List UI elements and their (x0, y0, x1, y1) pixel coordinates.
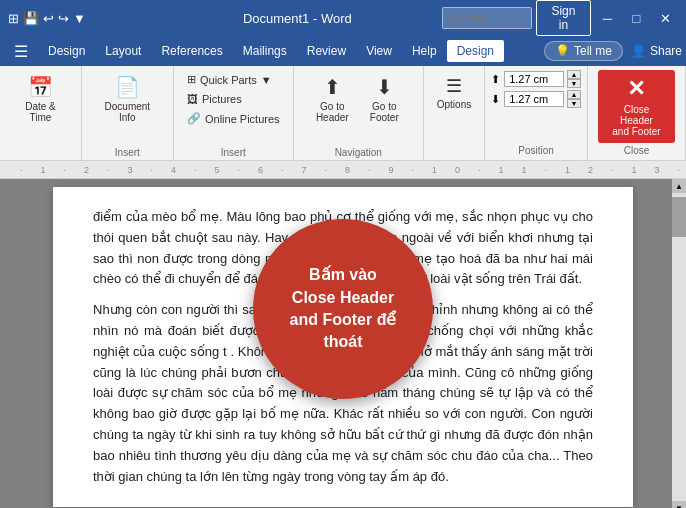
share-button[interactable]: 👤 Share (631, 44, 682, 58)
lightbulb-icon: 💡 (555, 44, 570, 58)
insert-label: Insert (115, 145, 140, 158)
signin-button[interactable]: Sign in (536, 0, 591, 36)
close-button[interactable]: ✕ (653, 4, 678, 32)
close-section-label: Close (624, 143, 650, 156)
tell-me-search[interactable]: 💡 Tell me (544, 41, 623, 61)
tell-me-label: Tell me (574, 44, 612, 58)
menu-design[interactable]: Design (38, 40, 95, 62)
quick-parts-label: Quick Parts (200, 74, 257, 86)
menu-references[interactable]: References (151, 40, 232, 62)
scroll-thumb[interactable] (672, 197, 686, 237)
pictures-button[interactable]: 🖼 Pictures (180, 90, 287, 108)
goto-header-icon: ⬆ (324, 75, 341, 99)
footer-pos-value: 1.27 cm (509, 93, 548, 105)
ruler-marks: ·1·2·3·4·5·6·7·8·9·10·11·12·13·14·15·16·… (20, 165, 686, 175)
footer-pos-up[interactable]: ▲ (567, 90, 581, 99)
options-button[interactable]: ☰ Options (430, 70, 478, 115)
menu-view[interactable]: View (356, 40, 402, 62)
menu-bar: ☰ Design Layout References Mailings Revi… (0, 36, 686, 66)
undo-icon[interactable]: ↩ (43, 11, 54, 26)
header-pos-icon: ⬆ (491, 73, 500, 86)
docinfo-icon: 📄 (115, 75, 140, 99)
scroll-down-button[interactable]: ▼ (672, 501, 686, 508)
header-pos-value: 1.27 cm (509, 73, 548, 85)
position-inputs: ⬆ 1.27 cm ▲ ▼ ⬇ 1.27 cm ▲ ▼ (491, 70, 581, 108)
close-header-footer-button[interactable]: ✕ Close Header and Footer (598, 70, 675, 143)
header-position-row: ⬆ 1.27 cm ▲ ▼ (491, 70, 581, 88)
options-label: Options (437, 99, 471, 110)
redo-icon[interactable]: ↪ (58, 11, 69, 26)
window-title: Document1 - Word (153, 11, 442, 26)
go-to-footer-label: Go toFooter (370, 101, 399, 123)
footer-pos-icon: ⬇ (491, 93, 500, 106)
ruler: ·1·2·3·4·5·6·7·8·9·10·11·12·13·14·15·16·… (0, 161, 686, 179)
insert-section-label: Insert (221, 145, 246, 158)
tooltip-text: Bấm vào Close Header and Footer để thoát (290, 264, 397, 354)
title-bar-right: Sign in ─ □ ✕ (442, 0, 678, 36)
title-bar-left: ⊞ 💾 ↩ ↪ ▼ (8, 11, 153, 26)
date-time-button[interactable]: 📅 Date & Time (6, 70, 75, 128)
online-pics-icon: 🔗 (187, 112, 201, 125)
menu-help[interactable]: Help (402, 40, 447, 62)
quick-parts-chevron: ▼ (261, 74, 272, 86)
doc-info-label: Document Info (95, 101, 160, 123)
document-area: điểm của mèo bổ mẹ. Màu lông bao phủ cơ … (0, 179, 686, 508)
menu-design-context[interactable]: Design (447, 40, 504, 62)
nav-buttons: ⬆ Go toHeader ⬇ Go toFooter (307, 70, 409, 128)
calendar-icon: 📅 (28, 75, 53, 99)
quick-access-toolbar: ⊞ 💾 ↩ ↪ ▼ (8, 11, 86, 26)
header-pos-spinners: ▲ ▼ (567, 70, 581, 88)
close-x-icon: ✕ (627, 76, 645, 102)
header-search[interactable] (442, 7, 532, 29)
word-icon: ⊞ (8, 11, 19, 26)
go-to-footer-button[interactable]: ⬇ Go toFooter (359, 70, 409, 128)
navigation-label: Navigation (335, 145, 382, 158)
customize-icon[interactable]: ▼ (73, 11, 86, 26)
doc-info-button[interactable]: 📄 Document Info (88, 70, 167, 128)
header-pos-down[interactable]: ▼ (567, 79, 581, 88)
tooltip-circle: Bấm vào Close Header and Footer để thoát (253, 219, 433, 399)
footer-pos-down[interactable]: ▼ (567, 99, 581, 108)
close-header-footer-label: Close Header and Footer (606, 104, 667, 137)
menu-review[interactable]: Review (297, 40, 356, 62)
position-label: Position (491, 143, 581, 156)
quick-parts-button[interactable]: ⊞ Quick Parts ▼ (180, 70, 287, 89)
goto-footer-icon: ⬇ (376, 75, 393, 99)
ribbon-section-docinfo: 📄 Document Info Insert (82, 66, 174, 160)
insert-group: ⊞ Quick Parts ▼ 🖼 Pictures 🔗 Online Pict… (180, 70, 287, 128)
online-pictures-button[interactable]: 🔗 Online Pictures (180, 109, 287, 128)
save-icon[interactable]: 💾 (23, 11, 39, 26)
scroll-up-button[interactable]: ▲ (672, 179, 686, 193)
ribbon-section-position: ⬆ 1.27 cm ▲ ▼ ⬇ 1.27 cm ▲ ▼ Po (485, 66, 588, 160)
go-to-header-button[interactable]: ⬆ Go toHeader (307, 70, 357, 128)
footer-position-row: ⬇ 1.27 cm ▲ ▼ (491, 90, 581, 108)
ribbon-section-datetime: 📅 Date & Time (0, 66, 82, 160)
ribbon-section-parts: ⊞ Quick Parts ▼ 🖼 Pictures 🔗 Online Pict… (174, 66, 294, 160)
tooltip-overlay: Bấm vào Close Header and Footer để thoát (253, 219, 433, 399)
pictures-icon: 🖼 (187, 93, 198, 105)
ribbon: 📅 Date & Time 📄 Document Info Insert ⊞ Q… (0, 66, 686, 161)
quickparts-icon: ⊞ (187, 73, 196, 86)
header-from-top-input[interactable]: 1.27 cm (504, 71, 564, 87)
maximize-button[interactable]: □ (624, 4, 649, 32)
title-bar: ⊞ 💾 ↩ ↪ ▼ Document1 - Word Sign in ─ □ ✕ (0, 0, 686, 36)
date-time-label: Date & Time (13, 101, 68, 123)
menu-right: 💡 Tell me 👤 Share (544, 41, 682, 61)
minimize-button[interactable]: ─ (595, 4, 620, 32)
header-pos-up[interactable]: ▲ (567, 70, 581, 79)
ribbon-section-navigation: ⬆ Go toHeader ⬇ Go toFooter Navigation (294, 66, 424, 160)
menu-mailings[interactable]: Mailings (233, 40, 297, 62)
scrollbar[interactable]: ▲ ▼ (672, 179, 686, 508)
footer-from-bottom-input[interactable]: 1.27 cm (504, 91, 564, 107)
online-pics-label: Online Pictures (205, 113, 280, 125)
go-to-header-label: Go toHeader (316, 101, 349, 123)
person-icon: 👤 (631, 44, 646, 58)
ribbon-section-options: ☰ Options (424, 66, 485, 160)
pictures-label: Pictures (202, 93, 242, 105)
footer-pos-spinners: ▲ ▼ (567, 90, 581, 108)
menu-file[interactable]: ☰ (4, 38, 38, 65)
ribbon-section-close: ✕ Close Header and Footer Close (588, 66, 686, 160)
title-text: Document1 - Word (243, 11, 352, 26)
menu-layout[interactable]: Layout (95, 40, 151, 62)
share-label: Share (650, 44, 682, 58)
